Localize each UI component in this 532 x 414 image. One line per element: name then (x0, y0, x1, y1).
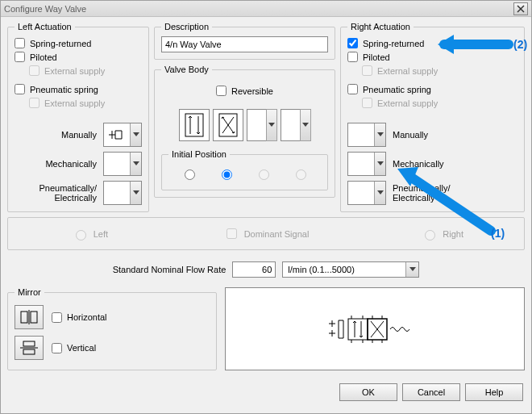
window-title: Configure Way Valve (4, 4, 86, 14)
right-manually-dropdown[interactable] (347, 123, 386, 147)
initial-pos-3-radio (259, 169, 269, 180)
lever-icon (107, 128, 127, 141)
left-spring-returned-label: Spring-returned (30, 39, 91, 48)
right-spring-returned[interactable]: Spring-returned (347, 36, 517, 50)
right-actuation-group: Right Actuation Spring-returned Piloted … (340, 22, 525, 212)
right-spring-returned-checkbox[interactable] (347, 38, 358, 48)
mirror-legend: Mirror (15, 287, 44, 297)
svg-rect-0 (185, 114, 203, 136)
right-manually-label: Manually (389, 130, 517, 140)
svg-rect-3 (31, 312, 37, 323)
mirror-horizontal-label: Horizontal (67, 312, 107, 322)
left-external-supply-1-label: External supply (44, 66, 105, 76)
left-piloted[interactable]: Piloted (15, 50, 142, 64)
dominant-right-radio (425, 230, 435, 240)
left-actuation-group: Left Actuation Spring-returned Piloted E… (7, 22, 149, 212)
initial-pos-4-radio (296, 169, 306, 180)
right-external-supply-1-label: External supply (377, 66, 438, 76)
valve-parallel-icon (185, 113, 204, 137)
valve-symbol-icon (322, 314, 427, 345)
mirror-horizontal-icon (20, 310, 38, 324)
right-pneumatically-label: Pneumatically/ Electrically (389, 183, 517, 203)
body-slot-4[interactable] (281, 109, 311, 141)
left-external-supply-2-label: External supply (44, 98, 105, 108)
chevron-down-icon (266, 109, 277, 141)
left-external-supply-1: External supply (15, 64, 142, 77)
left-manually-label: Manually (15, 130, 100, 140)
right-piloted[interactable]: Piloted (347, 50, 517, 64)
chevron-down-icon (130, 182, 141, 204)
left-piloted-checkbox[interactable] (15, 52, 25, 62)
description-legend: Description (161, 22, 212, 31)
left-pneumatically-dropdown[interactable] (103, 181, 142, 205)
description-input[interactable] (161, 36, 328, 52)
mirror-horizontal-checkbox[interactable] (52, 312, 62, 323)
reversible[interactable]: Reversible (161, 84, 328, 98)
body-slot-1[interactable] (179, 109, 210, 141)
svg-rect-2 (21, 312, 27, 323)
left-manually-dropdown[interactable] (103, 123, 142, 147)
flow-unit-combo[interactable]: l/min (0.1...5000) (282, 261, 419, 278)
body-slot-2[interactable] (213, 109, 243, 141)
valve-body-group: Valve Body Reversible (154, 65, 335, 198)
right-pneumatic-spring-checkbox[interactable] (347, 84, 358, 94)
reversible-checkbox[interactable] (216, 86, 227, 96)
right-mechanically-dropdown[interactable] (347, 152, 386, 176)
right-external-supply-2-checkbox (362, 98, 372, 108)
right-pneumatic-spring-label: Pneumatic spring (363, 85, 431, 94)
mirror-vertical[interactable]: Vertical (52, 341, 96, 355)
help-button[interactable]: Help (465, 383, 523, 401)
mirror-vertical-label: Vertical (67, 343, 96, 353)
mirror-horizontal[interactable]: Horizontal (52, 311, 107, 324)
mirror-vertical-icon (20, 341, 38, 355)
flow-input[interactable] (232, 261, 276, 278)
mirror-vertical-button[interactable] (15, 336, 44, 360)
left-external-supply-2-checkbox (29, 98, 39, 108)
right-external-supply-1: External supply (347, 64, 517, 77)
chevron-down-icon (374, 123, 385, 146)
reversible-label: Reversible (231, 86, 273, 96)
flow-unit-value: l/min (0.1...5000) (283, 262, 405, 277)
initial-pos-1-radio[interactable] (185, 169, 195, 180)
description-group: Description (154, 22, 335, 60)
right-piloted-checkbox[interactable] (347, 52, 358, 62)
left-pneumatic-spring-checkbox[interactable] (15, 84, 25, 94)
configure-valve-window: Configure Way Valve Left Actuation Sprin… (0, 0, 532, 414)
left-spring-returned[interactable]: Spring-returned (15, 36, 142, 50)
chevron-down-icon (374, 153, 385, 175)
left-spring-returned-checkbox[interactable] (15, 38, 25, 48)
dominant-signal-checkbox (227, 228, 237, 239)
titlebar: Configure Way Valve (1, 1, 531, 17)
valve-preview (225, 287, 525, 370)
cancel-button[interactable]: Cancel (402, 383, 460, 401)
dialog-buttons: OK Cancel Help (1, 377, 531, 408)
close-icon (517, 5, 525, 13)
flow-label: Standard Nominal Flow Rate (113, 265, 227, 274)
svg-rect-5 (23, 341, 35, 346)
mirror-group: Mirror Horizontal (7, 287, 217, 370)
mirror-horizontal-button[interactable] (15, 305, 44, 329)
left-mechanically-dropdown[interactable] (103, 152, 142, 176)
close-button[interactable] (513, 2, 528, 15)
right-pneumatic-spring[interactable]: Pneumatic spring (347, 82, 517, 96)
dominant-left-label: Left (94, 229, 108, 239)
ok-button[interactable]: OK (339, 383, 397, 401)
dominant-right-label: Right (443, 229, 463, 239)
mirror-vertical-checkbox[interactable] (52, 343, 62, 353)
left-external-supply-2: External supply (15, 96, 142, 110)
right-external-supply-1-checkbox (362, 65, 372, 76)
initial-pos-2-radio[interactable] (222, 169, 232, 180)
dominant-signal-row: Left Dominant Signal Right (7, 217, 525, 250)
right-spring-returned-label: Spring-returned (363, 39, 424, 48)
left-external-supply-1-checkbox (29, 65, 39, 76)
right-actuation-legend: Right Actuation (347, 22, 414, 31)
left-pneumatically-label: Pneumatically/ Electrically (15, 183, 100, 203)
left-pneumatic-spring[interactable]: Pneumatic spring (15, 82, 142, 96)
right-external-supply-2: External supply (347, 96, 517, 110)
chevron-down-icon (130, 153, 141, 175)
body-slot-3[interactable] (247, 109, 277, 141)
chevron-down-icon (405, 262, 418, 277)
left-mechanically-label: Mechanically (15, 159, 100, 169)
svg-rect-6 (23, 349, 35, 354)
right-pneumatically-dropdown[interactable] (347, 181, 386, 205)
